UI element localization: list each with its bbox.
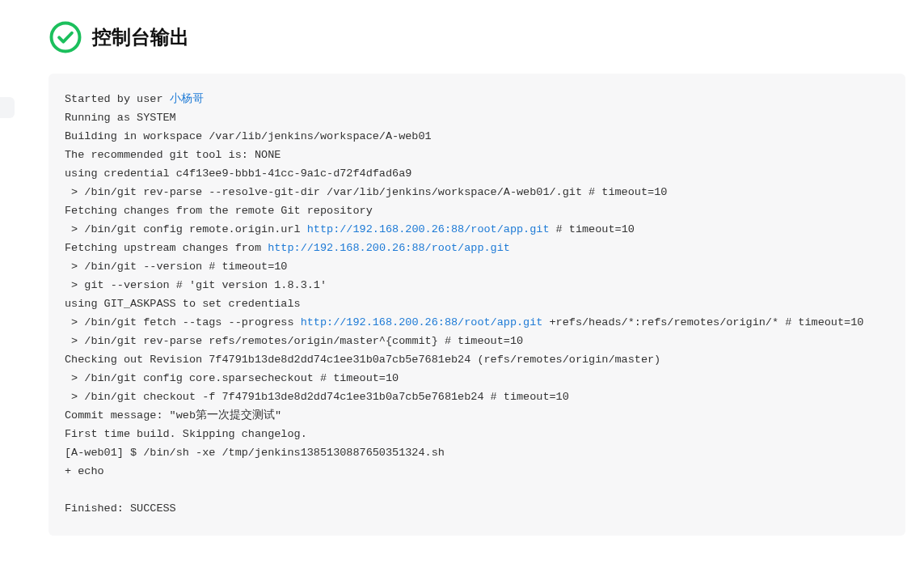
- console-text-span: The recommended git tool is: NONE: [65, 149, 281, 161]
- console-text-span: > /bin/git rev-parse refs/remotes/origin…: [65, 335, 523, 347]
- console-line: using credential c4f13ee9-bbb1-41cc-9a1c…: [65, 164, 889, 183]
- svg-point-0: [52, 23, 80, 52]
- console-text-span: Fetching changes from the remote Git rep…: [65, 205, 373, 217]
- console-link[interactable]: http://192.168.200.26:88/root/app.git: [307, 223, 550, 235]
- console-line: Fetching changes from the remote Git rep…: [65, 201, 889, 220]
- console-line: Finished: SUCCESS: [65, 499, 889, 518]
- console-line: + echo: [65, 462, 889, 481]
- page-header: 控制台输出: [49, 20, 905, 54]
- console-text-span: # timeout=10: [550, 223, 635, 235]
- console-text-span: > /bin/git rev-parse --resolve-git-dir /…: [65, 186, 667, 198]
- console-line: [A-web01] $ /bin/sh -xe /tmp/jenkins1385…: [65, 443, 889, 462]
- page-title: 控制台输出: [92, 24, 189, 50]
- console-text-span: First time build. Skipping changelog.: [65, 428, 307, 440]
- console-text-span: > /bin/git --version # timeout=10: [65, 261, 287, 273]
- console-text-span: + echo: [65, 465, 104, 477]
- console-text-span: using credential c4f13ee9-bbb1-41cc-9a1c…: [65, 167, 411, 180]
- console-link[interactable]: http://192.168.200.26:88/root/app.git: [301, 316, 543, 328]
- console-line: Started by user 小杨哥: [65, 90, 889, 108]
- console-text-span: > /bin/git config remote.origin.url: [65, 223, 307, 235]
- console-output-panel: Started by user 小杨哥Running as SYSTEMBuil…: [49, 74, 905, 536]
- console-line: > git --version # 'git version 1.8.3.1': [65, 276, 889, 294]
- console-line: Running as SYSTEM: [65, 108, 889, 127]
- left-edge-stub: [0, 97, 15, 118]
- console-text-span: Building in workspace /var/lib/jenkins/w…: [65, 130, 432, 142]
- console-text-span: +refs/heads/*:refs/remotes/origin/* # ti…: [542, 316, 863, 328]
- console-text-span: Fetching upstream changes from: [65, 242, 268, 254]
- console-line: using GIT_ASKPASS to set credentials: [65, 294, 889, 313]
- console-text-span: Checking out Revision 7f4791b13de8d2dd74…: [65, 354, 660, 366]
- console-line: Commit message: "web第一次提交测试": [65, 406, 889, 425]
- page-container: 控制台输出 Started by user 小杨哥Running as SYST…: [49, 20, 905, 536]
- console-text-span: [A-web01] $ /bin/sh -xe /tmp/jenkins1385…: [65, 447, 445, 459]
- console-line: > /bin/git config core.sparsecheckout # …: [65, 369, 889, 388]
- console-line: > /bin/git rev-parse refs/remotes/origin…: [65, 332, 889, 350]
- console-line: [65, 481, 889, 499]
- console-line: Checking out Revision 7f4791b13de8d2dd74…: [65, 350, 889, 369]
- console-text-span: using GIT_ASKPASS to set credentials: [65, 298, 307, 310]
- console-line: First time build. Skipping changelog.: [65, 425, 889, 443]
- console-line: Fetching upstream changes from http://19…: [65, 239, 889, 257]
- console-line: The recommended git tool is: NONE: [65, 146, 889, 164]
- success-check-icon: [49, 20, 82, 54]
- console-output-text: Started by user 小杨哥Running as SYSTEMBuil…: [65, 90, 889, 518]
- console-line: Building in workspace /var/lib/jenkins/w…: [65, 127, 889, 146]
- console-line: > /bin/git checkout -f 7f4791b13de8d2dd7…: [65, 388, 889, 406]
- console-text-span: Commit message: "web第一次提交测试": [65, 409, 281, 422]
- console-text-span: Running as SYSTEM: [65, 112, 176, 124]
- console-text-span: Finished: SUCCESS: [65, 502, 176, 515]
- console-link[interactable]: http://192.168.200.26:88/root/app.git: [268, 242, 510, 254]
- console-line: > /bin/git fetch --tags --progress http:…: [65, 313, 889, 332]
- console-text-span: > /bin/git checkout -f 7f4791b13de8d2dd7…: [65, 391, 569, 403]
- console-line: > /bin/git rev-parse --resolve-git-dir /…: [65, 183, 889, 201]
- console-text-span: > /bin/git fetch --tags --progress: [65, 316, 301, 328]
- console-text-span: > /bin/git config core.sparsecheckout # …: [65, 372, 399, 384]
- console-line: > /bin/git config remote.origin.url http…: [65, 220, 889, 239]
- console-text-span: > git --version # 'git version 1.8.3.1': [65, 279, 327, 291]
- console-text-span: Started by user: [65, 93, 170, 105]
- console-link[interactable]: 小杨哥: [170, 93, 204, 105]
- console-line: > /bin/git --version # timeout=10: [65, 257, 889, 276]
